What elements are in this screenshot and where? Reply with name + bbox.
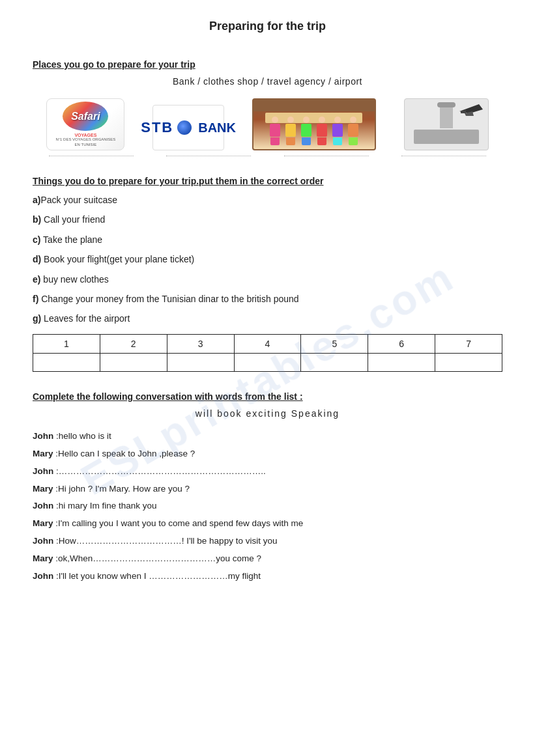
dotted-line-2 (166, 156, 251, 156)
table-header-5: 5 (301, 334, 368, 353)
images-row: Safari VOYAGES N°1 DES VOYAGES ORGANISES… (33, 98, 502, 150)
table-cell-1[interactable] (33, 353, 100, 371)
table-cell-3[interactable] (167, 353, 234, 371)
list-item: g) Leaves for the airport (33, 311, 502, 326)
dialogue-line-1: John :hello who is it (33, 429, 502, 444)
airport-tower (440, 105, 453, 128)
safari-num: N°1 DES VOYAGES ORGANISESEN TUNISIE (55, 137, 115, 147)
word-list: will book exciting Speaking (33, 408, 502, 419)
mannequin-4 (315, 117, 328, 145)
airport-img (404, 98, 489, 150)
mannequin-6 (347, 117, 360, 145)
things-list: a)Pack your suitcase b) Call your friend… (33, 193, 502, 326)
table-header-6: 6 (368, 334, 435, 353)
table-header-4: 4 (234, 334, 301, 353)
mannequins (268, 117, 360, 145)
dotted-row (33, 156, 502, 156)
table-header-2: 2 (100, 334, 167, 353)
table-header-7: 7 (435, 334, 502, 353)
dialogue-line-6: Mary :I'm calling you I want you to come… (33, 516, 502, 531)
list-item: a)Pack your suitcase (33, 193, 502, 207)
bank-image-box: STB BANK (152, 105, 224, 150)
safari-circle: Safari (63, 102, 108, 131)
clothes-shop (252, 98, 376, 150)
safari-voyages: VOYAGES (74, 133, 96, 137)
dialogue-line-5: John :hi mary Im fine thank you (33, 499, 502, 514)
airport-image-box (404, 98, 489, 150)
table-header-row: 1 2 3 4 5 6 7 (33, 334, 502, 353)
table-cell-2[interactable] (100, 353, 167, 371)
dotted-line-4 (401, 156, 486, 156)
airplane-icon (459, 103, 483, 120)
page-title: Preparing for the trip (33, 20, 502, 33)
list-item: b) Call your friend (33, 212, 502, 227)
mannequin-3 (300, 117, 313, 145)
shop-roof (253, 100, 375, 111)
conversation-heading: Complete the following conversation with… (33, 391, 502, 402)
dotted-line-3 (284, 156, 369, 156)
things-heading: Things you do to prepare for your trip.p… (33, 176, 502, 186)
safari-image-box: Safari VOYAGES N°1 DES VOYAGES ORGANISES… (46, 98, 124, 150)
dialogue-line-3: John :…………………………………………………………….. (33, 464, 502, 479)
table-header-1: 1 (33, 334, 100, 353)
list-item: f) Change your money from the Tunisian d… (33, 292, 502, 306)
places-subtitle: Bank / clothes shop / travel agency / ai… (33, 76, 502, 87)
dialogue-line-4: Mary :Hi john ? I'm Mary. How are you ? (33, 482, 502, 497)
bank-logo: STB BANK (152, 105, 224, 150)
places-heading: Places you go to prepare for your trip (33, 59, 502, 70)
order-table: 1 2 3 4 5 6 7 (33, 334, 502, 372)
stb-text: STB (141, 119, 173, 136)
dialogue-line-8: Mary :ok,When……………………………………you come ? (33, 552, 502, 567)
bank-word: BANK (198, 120, 236, 135)
dialogue-line-9: John :I'll let you know when I ………………………… (33, 569, 502, 584)
list-item: e) buy new clothes (33, 272, 502, 287)
table-cell-6[interactable] (368, 353, 435, 371)
list-item: d) Book your flight(get your plane ticke… (33, 252, 502, 266)
safari-logo: Safari VOYAGES N°1 DES VOYAGES ORGANISES… (46, 98, 124, 150)
mannequin-2 (284, 117, 297, 145)
table-cell-4[interactable] (234, 353, 301, 371)
tower-top (437, 102, 455, 107)
dotted-line-1 (49, 156, 134, 156)
list-item: c) Take the plane (33, 232, 502, 247)
airport-base (414, 130, 479, 144)
globe-icon (177, 120, 192, 135)
safari-text: Safari (71, 111, 100, 122)
mannequin-5 (331, 117, 344, 145)
table-header-3: 3 (167, 334, 234, 353)
bank-row: STB BANK (141, 119, 236, 136)
dialogue-line-2: Mary :Hello can I speak to John ,please … (33, 447, 502, 462)
mannequin-1 (268, 117, 282, 145)
table-cell-5[interactable] (301, 353, 368, 371)
dialogue-line-7: John :How………………………………! I'll be happy to … (33, 534, 502, 549)
clothes-shop-image-box (252, 98, 376, 150)
table-cell-7[interactable] (435, 353, 502, 371)
table-answer-row (33, 353, 502, 371)
